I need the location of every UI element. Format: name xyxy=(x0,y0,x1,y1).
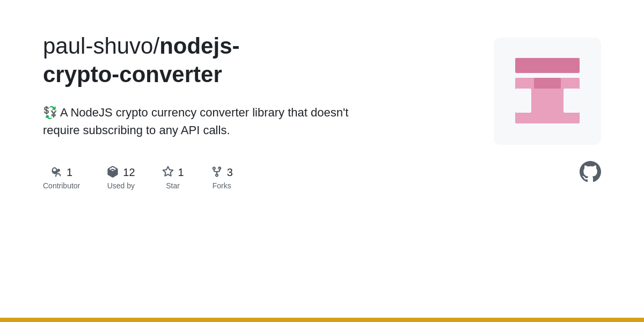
used-by-count: 12 xyxy=(123,166,135,179)
stat-top-contributor: 1 xyxy=(50,166,72,179)
stat-item-forks[interactable]: 3 Forks xyxy=(211,166,233,190)
svg-rect-0 xyxy=(515,58,580,73)
package-logo xyxy=(494,38,601,145)
forks-count: 3 xyxy=(227,166,233,179)
star-label: Star xyxy=(166,181,180,190)
stat-item-contributor[interactable]: 1 Contributor xyxy=(43,166,80,190)
package-illustration xyxy=(504,48,590,134)
bottom-bar xyxy=(0,318,644,322)
description-text: A NodeJS crypto currency converter libra… xyxy=(43,106,348,137)
fork-icon xyxy=(211,166,223,179)
main-content: paul-shuvo/nodejs-crypto-converter 💱 A N… xyxy=(0,0,644,322)
stat-top-forks: 3 xyxy=(211,166,233,179)
stat-top-star: 1 xyxy=(162,166,184,179)
repo-description: 💱 A NodeJS crypto currency converter lib… xyxy=(43,104,354,139)
stat-top-used-by: 12 xyxy=(107,166,135,179)
stat-item-used-by[interactable]: 12 Used by xyxy=(107,166,135,190)
forks-label: Forks xyxy=(213,181,231,190)
repo-owner[interactable]: paul-shuvo/ xyxy=(43,33,159,58)
svg-rect-3 xyxy=(564,89,580,113)
description-emoji: 💱 xyxy=(43,106,57,119)
stats-row: 1 Contributor 12 xyxy=(43,166,408,190)
github-icon[interactable] xyxy=(580,161,601,182)
star-count: 1 xyxy=(178,166,184,179)
stat-item-star[interactable]: 1 Star xyxy=(162,166,184,190)
github-icon-container[interactable] xyxy=(580,161,601,185)
star-icon xyxy=(162,166,174,179)
page-container: paul-shuvo/nodejs-crypto-converter 💱 A N… xyxy=(0,0,644,322)
svg-rect-4 xyxy=(534,78,561,89)
svg-rect-2 xyxy=(515,89,531,113)
package-icon xyxy=(107,166,119,179)
repo-title: paul-shuvo/nodejs-crypto-converter xyxy=(43,32,408,89)
people-icon xyxy=(50,166,62,179)
contributor-count: 1 xyxy=(67,166,72,179)
left-section: paul-shuvo/nodejs-crypto-converter 💱 A N… xyxy=(43,32,408,190)
used-by-label: Used by xyxy=(107,181,135,190)
right-section xyxy=(494,32,601,185)
contributor-label: Contributor xyxy=(43,181,80,190)
